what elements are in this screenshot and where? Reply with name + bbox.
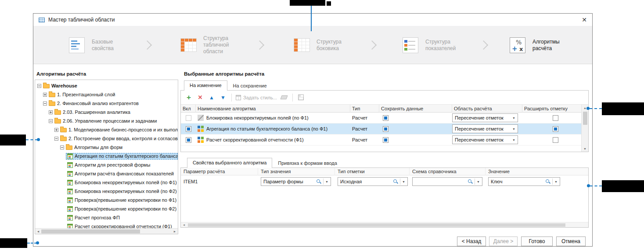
column-header-mark-type[interactable]: Тип отметки bbox=[335, 168, 410, 175]
tree-item-selected[interactable]: Агрегация по статьям бухгалтерского бала… bbox=[35, 152, 178, 160]
tab-selected-algorithm-properties[interactable]: Свойства выбранного алгоритма bbox=[187, 158, 272, 168]
set-style-button[interactable]: Задать стиль... bbox=[236, 95, 277, 100]
column-header-enabled[interactable]: Вкл bbox=[181, 105, 196, 113]
search-icon[interactable] bbox=[393, 179, 398, 184]
enabled-checkbox[interactable] bbox=[186, 137, 191, 143]
callout-leader-line bbox=[590, 108, 602, 109]
expand-mark-checkbox[interactable] bbox=[553, 126, 558, 132]
column-header-name[interactable]: Наименование алгоритма bbox=[196, 105, 350, 113]
value-type-combo[interactable]: Параметр формы▼ bbox=[261, 177, 331, 186]
cancel-button[interactable]: Отмена bbox=[556, 236, 586, 246]
search-icon[interactable] bbox=[545, 179, 550, 184]
close-icon[interactable]: ✕ bbox=[582, 17, 587, 23]
scroll-left-icon[interactable]: ◄ bbox=[181, 223, 187, 226]
collapse-toggle-icon[interactable] bbox=[43, 102, 47, 105]
properties-row[interactable]: ITEM1 Параметр формы▼ Исходная▼ ▼ Ключ▼ bbox=[181, 175, 588, 188]
tree-item[interactable]: 2. Построение форм ввода, контроля и сог… bbox=[35, 134, 178, 143]
remove-algorithm-button[interactable]: ✕ bbox=[196, 93, 205, 102]
chevron-down-icon[interactable]: ▼ bbox=[402, 180, 405, 183]
wizard-step-calculation-algorithms[interactable]: % + x Алгоритмы расчёта bbox=[507, 26, 569, 64]
wizard-step-indicators-structure[interactable]: Структура показателей bbox=[400, 26, 466, 64]
tree-item[interactable]: Проверка(превышение корректировки по Ф1) bbox=[35, 196, 178, 204]
collapse-toggle-icon[interactable] bbox=[60, 146, 64, 149]
collapse-toggle-icon[interactable] bbox=[49, 119, 53, 123]
enabled-checkbox[interactable] bbox=[186, 115, 191, 121]
wizard-step-basic-properties[interactable]: Базовые свойства bbox=[67, 26, 120, 64]
tree-item[interactable]: Блокировка некорректируемых полей (по Ф1… bbox=[35, 178, 178, 187]
save-data-checkbox[interactable] bbox=[383, 115, 389, 121]
tree-item[interactable]: 2.03. Расширенная аналитика bbox=[35, 108, 178, 116]
scroll-down-icon[interactable]: ▼ bbox=[583, 146, 586, 152]
dict-schema-combo[interactable]: ▼ bbox=[412, 177, 482, 186]
table-row[interactable]: Расчет скорректированной отчетности (Ф1)… bbox=[181, 135, 588, 146]
tree-item[interactable]: 2. Финансовый анализ контрагентов bbox=[35, 99, 178, 108]
chevron-down-icon[interactable]: ▼ bbox=[325, 180, 328, 183]
save-data-checkbox[interactable] bbox=[383, 137, 389, 143]
enabled-checkbox[interactable] bbox=[186, 126, 191, 132]
tree-item[interactable]: Алгоритм для реестровой формы bbox=[35, 160, 178, 169]
tab-input-forms-binding[interactable]: Привязка к формам ввода bbox=[272, 158, 343, 167]
tree-item[interactable]: 2.06. Управление процессами и задачами bbox=[35, 116, 178, 125]
expand-toggle-icon[interactable] bbox=[43, 93, 47, 97]
save-button[interactable] bbox=[297, 93, 306, 102]
clear-style-button[interactable] bbox=[280, 93, 288, 102]
tree-item[interactable]: Расчет прогноза ФП bbox=[35, 213, 178, 222]
table-row-selected[interactable]: Агрегация по статьям бухгалтерского бала… bbox=[181, 124, 588, 135]
expand-toggle-icon[interactable] bbox=[49, 110, 53, 114]
properties-horizontal-scrollbar[interactable]: ◄ bbox=[181, 222, 588, 227]
column-header-save-data[interactable]: Сохранять данные bbox=[379, 105, 452, 113]
calc-area-value: Пересечение отметок bbox=[455, 126, 504, 131]
tree-horizontal-scrollbar[interactable]: ◄ ► bbox=[35, 228, 178, 234]
column-header-dict-schema[interactable]: Схема справочника bbox=[410, 168, 486, 175]
finish-button[interactable]: Готово bbox=[521, 236, 553, 246]
expand-mark-checkbox[interactable] bbox=[553, 137, 558, 143]
search-icon[interactable] bbox=[468, 179, 473, 184]
scrollbar-thumb[interactable] bbox=[41, 229, 140, 233]
move-up-button[interactable]: ▲ bbox=[207, 93, 216, 102]
move-down-button[interactable]: ▼ bbox=[219, 93, 227, 102]
scroll-up-icon[interactable]: ▲ bbox=[583, 105, 586, 111]
table-vertical-scrollbar[interactable]: ▲ ▼ bbox=[581, 105, 588, 152]
table-row[interactable]: Блокировка некорректируемых полей (по Ф1… bbox=[181, 113, 588, 124]
scrollbar-thumb[interactable] bbox=[583, 112, 587, 125]
calc-area-dropdown[interactable]: Пересечение отметок▼ bbox=[452, 113, 518, 122]
scrollbar-thumb[interactable] bbox=[188, 223, 565, 227]
back-button[interactable]: < Назад bbox=[457, 236, 486, 246]
tree-item[interactable]: Блокировка некорректируемых полей (по Ф2… bbox=[35, 187, 178, 196]
scroll-right-icon[interactable]: ► bbox=[172, 230, 178, 233]
algorithm-disabled-icon bbox=[198, 115, 204, 121]
next-button[interactable]: Далее > bbox=[489, 236, 518, 246]
search-icon[interactable] bbox=[316, 179, 321, 184]
column-header-value[interactable]: Значение bbox=[486, 168, 588, 175]
collapse-toggle-icon[interactable] bbox=[54, 137, 58, 141]
chevron-down-icon[interactable]: ▼ bbox=[477, 180, 480, 183]
chevron-down-icon[interactable]: ▼ bbox=[554, 180, 558, 183]
wizard-step-side-header-structure[interactable]: Структура боковика bbox=[291, 26, 352, 64]
value-combo[interactable]: Ключ▼ bbox=[488, 177, 560, 186]
add-algorithm-button[interactable]: + bbox=[184, 93, 193, 102]
collapse-toggle-icon[interactable] bbox=[37, 84, 41, 88]
tree-item[interactable]: Алгоритмы для форм bbox=[35, 143, 178, 152]
tree-item[interactable]: Алгоритм расчёта финансовых показателей bbox=[35, 169, 178, 178]
mark-type-combo[interactable]: Исходная▼ bbox=[338, 177, 408, 186]
tab-on-save[interactable]: На сохранение bbox=[227, 81, 273, 90]
expand-toggle-icon[interactable] bbox=[54, 128, 58, 132]
expand-mark-checkbox[interactable] bbox=[553, 115, 558, 121]
tree-item[interactable]: Warehouse bbox=[35, 81, 178, 90]
tree-item[interactable]: 1. Моделирование бизнес-процессов и их в… bbox=[35, 125, 178, 134]
chevron-down-icon: ▼ bbox=[512, 116, 515, 120]
column-header-param[interactable]: Параметр расчёта bbox=[181, 168, 258, 175]
tab-on-change[interactable]: На изменение bbox=[184, 80, 227, 91]
column-header-calc-area[interactable]: Область расчёта bbox=[452, 105, 522, 113]
wizard-step-table-area-structure[interactable]: Структура табличной области bbox=[178, 26, 238, 64]
calc-area-dropdown[interactable]: Пересечение отметок▼ bbox=[452, 135, 518, 144]
column-header-expand-mark[interactable]: Расширять отметку bbox=[522, 105, 588, 113]
save-icon bbox=[298, 95, 304, 100]
tree-item[interactable]: Проверка(превышение корректировки по Ф2) bbox=[35, 204, 178, 213]
calc-area-dropdown[interactable]: Пересечение отметок▼ bbox=[452, 124, 518, 133]
column-header-value-type[interactable]: Тип значения bbox=[258, 168, 335, 175]
column-header-type[interactable]: Тип bbox=[350, 105, 379, 113]
tree-item[interactable]: 1. Презентационный слой bbox=[35, 90, 178, 99]
scroll-left-icon[interactable]: ◄ bbox=[35, 230, 41, 233]
save-data-checkbox[interactable] bbox=[383, 126, 389, 132]
